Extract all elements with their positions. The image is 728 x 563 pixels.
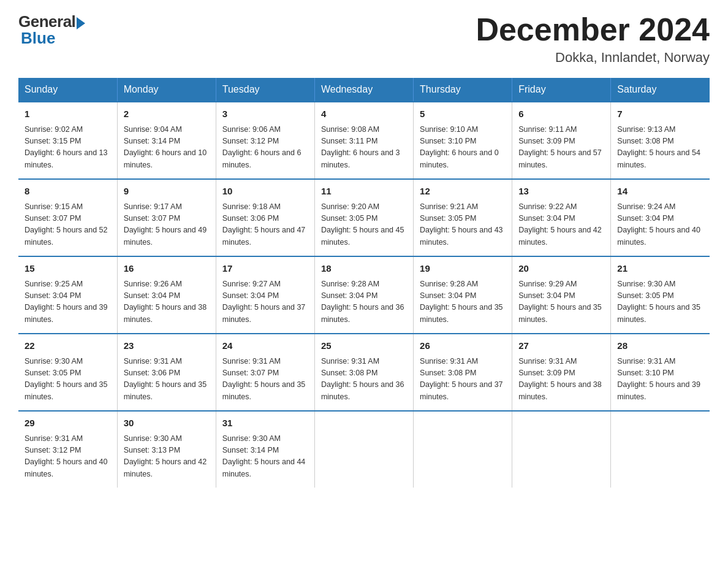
day-number: 29 bbox=[25, 416, 111, 431]
calendar-cell: 27Sunrise: 9:31 AMSunset: 3:09 PMDayligh… bbox=[512, 334, 611, 411]
day-info: Sunrise: 9:20 AMSunset: 3:05 PMDaylight:… bbox=[321, 201, 407, 249]
day-info: Sunrise: 9:25 AMSunset: 3:04 PMDaylight:… bbox=[25, 278, 111, 326]
calendar-cell: 11Sunrise: 9:20 AMSunset: 3:05 PMDayligh… bbox=[314, 179, 413, 256]
calendar-cell: 18Sunrise: 9:28 AMSunset: 3:04 PMDayligh… bbox=[314, 256, 413, 334]
calendar-cell: 24Sunrise: 9:31 AMSunset: 3:07 PMDayligh… bbox=[216, 334, 314, 411]
calendar-cell bbox=[414, 411, 512, 488]
day-info: Sunrise: 9:22 AMSunset: 3:04 PMDaylight:… bbox=[518, 201, 604, 249]
calendar-week-row: 29Sunrise: 9:31 AMSunset: 3:12 PMDayligh… bbox=[18, 411, 710, 488]
calendar-cell: 8Sunrise: 9:15 AMSunset: 3:07 PMDaylight… bbox=[18, 179, 117, 256]
calendar-cell: 16Sunrise: 9:26 AMSunset: 3:04 PMDayligh… bbox=[117, 256, 216, 334]
logo-blue-text: Blue bbox=[18, 29, 55, 48]
day-info: Sunrise: 9:27 AMSunset: 3:04 PMDaylight:… bbox=[222, 278, 308, 326]
calendar-cell: 3Sunrise: 9:06 AMSunset: 3:12 PMDaylight… bbox=[216, 102, 314, 179]
day-info: Sunrise: 9:30 AMSunset: 3:05 PMDaylight:… bbox=[617, 278, 703, 326]
calendar-cell: 26Sunrise: 9:31 AMSunset: 3:08 PMDayligh… bbox=[414, 334, 512, 411]
day-number: 19 bbox=[420, 262, 506, 276]
calendar-cell: 19Sunrise: 9:28 AMSunset: 3:04 PMDayligh… bbox=[414, 256, 512, 334]
calendar-cell: 10Sunrise: 9:18 AMSunset: 3:06 PMDayligh… bbox=[216, 179, 314, 256]
day-info: Sunrise: 9:18 AMSunset: 3:06 PMDaylight:… bbox=[222, 201, 308, 249]
day-info: Sunrise: 9:15 AMSunset: 3:07 PMDaylight:… bbox=[25, 201, 111, 249]
day-number: 3 bbox=[222, 107, 308, 121]
day-number: 5 bbox=[420, 107, 506, 121]
day-info: Sunrise: 9:02 AMSunset: 3:15 PMDaylight:… bbox=[25, 124, 111, 172]
day-info: Sunrise: 9:31 AMSunset: 3:10 PMDaylight:… bbox=[617, 356, 703, 404]
day-number: 6 bbox=[518, 107, 604, 121]
day-number: 22 bbox=[25, 339, 111, 353]
calendar-week-row: 8Sunrise: 9:15 AMSunset: 3:07 PMDaylight… bbox=[18, 179, 710, 256]
calendar-week-row: 15Sunrise: 9:25 AMSunset: 3:04 PMDayligh… bbox=[18, 256, 710, 334]
header-sunday: Sunday bbox=[18, 78, 117, 102]
day-number: 10 bbox=[222, 185, 308, 199]
day-info: Sunrise: 9:31 AMSunset: 3:06 PMDaylight:… bbox=[124, 356, 210, 404]
day-number: 31 bbox=[222, 416, 308, 431]
day-number: 16 bbox=[124, 262, 210, 276]
header-wednesday: Wednesday bbox=[314, 78, 413, 102]
day-number: 9 bbox=[124, 185, 210, 199]
day-number: 8 bbox=[25, 185, 111, 199]
calendar-cell: 6Sunrise: 9:11 AMSunset: 3:09 PMDaylight… bbox=[512, 102, 611, 179]
calendar-cell: 21Sunrise: 9:30 AMSunset: 3:05 PMDayligh… bbox=[611, 256, 710, 334]
header-monday: Monday bbox=[117, 78, 216, 102]
day-number: 17 bbox=[222, 262, 308, 276]
calendar-cell: 17Sunrise: 9:27 AMSunset: 3:04 PMDayligh… bbox=[216, 256, 314, 334]
day-number: 30 bbox=[124, 416, 210, 431]
calendar-cell: 30Sunrise: 9:30 AMSunset: 3:13 PMDayligh… bbox=[117, 411, 216, 488]
day-info: Sunrise: 9:31 AMSunset: 3:08 PMDaylight:… bbox=[321, 356, 407, 404]
header-friday: Friday bbox=[512, 78, 611, 102]
calendar-cell: 31Sunrise: 9:30 AMSunset: 3:14 PMDayligh… bbox=[216, 411, 314, 488]
day-info: Sunrise: 9:31 AMSunset: 3:08 PMDaylight:… bbox=[420, 356, 506, 404]
day-info: Sunrise: 9:28 AMSunset: 3:04 PMDaylight:… bbox=[321, 278, 407, 326]
calendar-cell: 14Sunrise: 9:24 AMSunset: 3:04 PMDayligh… bbox=[611, 179, 710, 256]
day-number: 1 bbox=[25, 107, 111, 121]
calendar-cell bbox=[314, 411, 413, 488]
location: Dokka, Innlandet, Norway bbox=[476, 50, 710, 66]
header-tuesday: Tuesday bbox=[216, 78, 314, 102]
month-title: December 2024 bbox=[476, 12, 710, 47]
calendar-cell: 20Sunrise: 9:29 AMSunset: 3:04 PMDayligh… bbox=[512, 256, 611, 334]
calendar-cell: 22Sunrise: 9:30 AMSunset: 3:05 PMDayligh… bbox=[18, 334, 117, 411]
day-number: 11 bbox=[321, 185, 407, 199]
day-number: 28 bbox=[617, 339, 703, 353]
calendar-cell: 25Sunrise: 9:31 AMSunset: 3:08 PMDayligh… bbox=[314, 334, 413, 411]
day-info: Sunrise: 9:30 AMSunset: 3:13 PMDaylight:… bbox=[124, 433, 210, 481]
day-info: Sunrise: 9:11 AMSunset: 3:09 PMDaylight:… bbox=[518, 124, 604, 172]
day-info: Sunrise: 9:31 AMSunset: 3:07 PMDaylight:… bbox=[222, 356, 308, 404]
calendar-cell: 2Sunrise: 9:04 AMSunset: 3:14 PMDaylight… bbox=[117, 102, 216, 179]
day-number: 12 bbox=[420, 185, 506, 199]
header-saturday: Saturday bbox=[611, 78, 710, 102]
calendar-cell: 23Sunrise: 9:31 AMSunset: 3:06 PMDayligh… bbox=[117, 334, 216, 411]
day-info: Sunrise: 9:31 AMSunset: 3:09 PMDaylight:… bbox=[518, 356, 604, 404]
day-number: 2 bbox=[124, 107, 210, 121]
day-number: 21 bbox=[617, 262, 703, 276]
day-info: Sunrise: 9:29 AMSunset: 3:04 PMDaylight:… bbox=[518, 278, 604, 326]
calendar-cell: 1Sunrise: 9:02 AMSunset: 3:15 PMDaylight… bbox=[18, 102, 117, 179]
calendar-cell: 13Sunrise: 9:22 AMSunset: 3:04 PMDayligh… bbox=[512, 179, 611, 256]
day-number: 7 bbox=[617, 107, 703, 121]
calendar-week-row: 1Sunrise: 9:02 AMSunset: 3:15 PMDaylight… bbox=[18, 102, 710, 179]
header-thursday: Thursday bbox=[414, 78, 512, 102]
day-number: 13 bbox=[518, 185, 604, 199]
day-number: 4 bbox=[321, 107, 407, 121]
day-info: Sunrise: 9:17 AMSunset: 3:07 PMDaylight:… bbox=[124, 201, 210, 249]
calendar-week-row: 22Sunrise: 9:30 AMSunset: 3:05 PMDayligh… bbox=[18, 334, 710, 411]
day-number: 14 bbox=[617, 185, 703, 199]
calendar-cell: 4Sunrise: 9:08 AMSunset: 3:11 PMDaylight… bbox=[314, 102, 413, 179]
day-info: Sunrise: 9:21 AMSunset: 3:05 PMDaylight:… bbox=[420, 201, 506, 249]
calendar-cell: 5Sunrise: 9:10 AMSunset: 3:10 PMDaylight… bbox=[414, 102, 512, 179]
day-number: 24 bbox=[222, 339, 308, 353]
calendar-cell: 12Sunrise: 9:21 AMSunset: 3:05 PMDayligh… bbox=[414, 179, 512, 256]
day-info: Sunrise: 9:06 AMSunset: 3:12 PMDaylight:… bbox=[222, 124, 308, 172]
day-info: Sunrise: 9:13 AMSunset: 3:08 PMDaylight:… bbox=[617, 124, 703, 172]
day-number: 20 bbox=[518, 262, 604, 276]
day-number: 18 bbox=[321, 262, 407, 276]
calendar-cell bbox=[611, 411, 710, 488]
day-info: Sunrise: 9:24 AMSunset: 3:04 PMDaylight:… bbox=[617, 201, 703, 249]
calendar-header-row: Sunday Monday Tuesday Wednesday Thursday… bbox=[18, 78, 710, 102]
calendar-cell: 9Sunrise: 9:17 AMSunset: 3:07 PMDaylight… bbox=[117, 179, 216, 256]
day-info: Sunrise: 9:28 AMSunset: 3:04 PMDaylight:… bbox=[420, 278, 506, 326]
day-number: 23 bbox=[124, 339, 210, 353]
day-info: Sunrise: 9:04 AMSunset: 3:14 PMDaylight:… bbox=[124, 124, 210, 172]
calendar-table: Sunday Monday Tuesday Wednesday Thursday… bbox=[18, 78, 710, 488]
day-info: Sunrise: 9:08 AMSunset: 3:11 PMDaylight:… bbox=[321, 124, 407, 172]
